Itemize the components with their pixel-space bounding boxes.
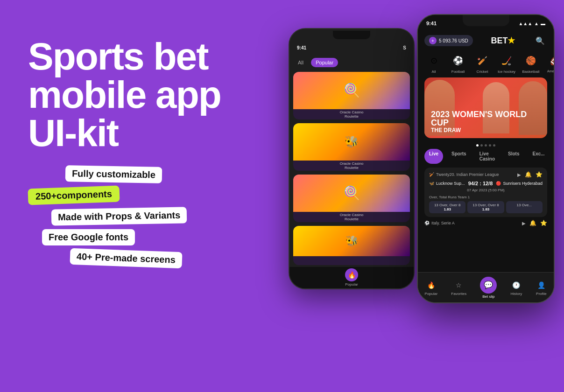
badge-row-1: Fully customizable (28, 166, 289, 182)
back-statusbar: 9:41 S (289, 41, 414, 55)
wallet-badge[interactable]: + 5 093.76 USD (424, 35, 473, 46)
banner-container[interactable]: 2023 WOMEN'S WORLD CUP THE DRAW (424, 77, 547, 138)
nav-history[interactable]: 🕐 History (510, 280, 522, 296)
game-card-2-label: Oracle Casino Roulette (293, 161, 410, 171)
nav-favorites[interactable]: ☆ Favorites (451, 280, 466, 296)
banner-title: 2023 WOMEN'S WORLD CUP (431, 110, 541, 127)
play-icon[interactable]: ▶ (517, 172, 521, 177)
game-card-3[interactable]: 🍭 Oracle Casino Roulette (293, 175, 410, 222)
odd-1-value: 1.83 (444, 207, 451, 211)
profile-nav-label: Profile (536, 292, 547, 296)
odd-2-value: 1.83 (482, 207, 490, 211)
italy-bell-icon[interactable]: 🔔 (529, 220, 536, 226)
nav-bet-slip[interactable]: 💬 Bet slip (480, 277, 497, 299)
odd-1-label: 13 Over, Over 8 (434, 203, 460, 207)
team-left: 🦋 Lucknow Sup... (429, 181, 465, 186)
italy-league-name: ⚽ Italy. Serie A (424, 221, 455, 225)
popular-icon[interactable]: 🔥 (345, 268, 358, 281)
game-card-4[interactable]: 🐝 (293, 226, 410, 265)
bet-slip-nav-label: Bet slip (482, 294, 494, 299)
tab-all[interactable]: All (294, 58, 307, 67)
ice-hockey-icon: 🏒 (499, 53, 514, 68)
banner-dots (418, 144, 554, 147)
sport-football[interactable]: ⚽ Football (449, 53, 467, 74)
all-icon: ⊙ (426, 53, 441, 68)
banner-subtitle: THE DRAW (431, 127, 541, 133)
star-icon[interactable]: ⭐ (536, 171, 543, 178)
cricket-label: Cricket (477, 70, 488, 74)
league-text: Twenty20. Indian Premier League (436, 172, 499, 177)
badge-row-5: 40+ Pre-made screens (28, 250, 289, 266)
sports-nav: ⊙ All ⚽ Football 🏏 Cricket 🏒 Ice hockey … (418, 51, 554, 77)
italy-star-icon[interactable]: ⭐ (540, 220, 547, 226)
game-card-1[interactable]: 🍭 Oracle Casino Roulette (293, 72, 410, 119)
match-action-icons: ▶ 🔔 ⭐ (517, 171, 543, 178)
badge-row-3: Made with Props & Variants (28, 208, 289, 224)
battery-icon: ▬ (541, 21, 545, 26)
search-button[interactable]: 🔍 (533, 34, 547, 48)
sport-all[interactable]: ⊙ All (424, 53, 443, 74)
headline: Sports bet mobile app UI-kit (28, 37, 289, 152)
odds-row: 13 Over, Over 8 1.83 13 Over, Over 8 1.8… (429, 201, 543, 213)
wallet-amount: 5 093.76 USD (439, 38, 468, 43)
game-card-2[interactable]: 🐝 Oracle Casino Roulette (293, 123, 410, 171)
nav-popular[interactable]: 🔥 Popular (425, 280, 438, 296)
sport-american-football[interactable]: 🏈 Amer. foot. (546, 53, 554, 74)
front-time: 9:41 (426, 21, 437, 26)
profile-nav-icon: 👤 (536, 280, 547, 291)
odd-2[interactable]: 13 Over, Over 8 1.83 (467, 201, 504, 213)
banner-background: 2023 WOMEN'S WORLD CUP THE DRAW (424, 77, 547, 138)
nav-profile[interactable]: 👤 Profile (536, 280, 547, 296)
badges-container: Fully customizable 250+components Made w… (28, 166, 289, 266)
favorites-nav-label: Favorites (451, 292, 466, 296)
basketball-label: Basketball (522, 70, 540, 74)
sport-basketball[interactable]: 🏀 Basketball (522, 53, 540, 74)
all-label: All (432, 70, 436, 74)
bet-star: ★ (508, 36, 515, 45)
bet-slip-nav-icon: 💬 (480, 277, 497, 294)
main-tabs: Live Sports Live Casino Slots Exc... (418, 149, 554, 164)
back-tabs: All Popular (289, 55, 414, 70)
odd-3[interactable]: 13 Ove... (506, 201, 543, 213)
tab-popular[interactable]: Popular (311, 58, 338, 67)
front-header: + 5 093.76 USD BET★ 🔍 (418, 32, 554, 51)
tab-exc[interactable]: Exc... (528, 149, 549, 164)
tab-slots[interactable]: Slots (503, 149, 524, 164)
tab-sports[interactable]: Sports (447, 149, 471, 164)
cricket-icon: 🏏 (475, 53, 490, 68)
phone-back: 9:41 S All Popular 🍭 Oracle Casino Roule… (289, 28, 415, 289)
odd-2-label: 13 Over, Over 8 (472, 203, 499, 207)
team2-name: Sunrisers Hyderabad (503, 181, 543, 186)
popular-nav-icon: 🔥 (425, 280, 437, 291)
sport-cricket[interactable]: 🏏 Cricket (473, 53, 492, 74)
bet-logo: BET★ (491, 35, 515, 46)
tab-live-casino[interactable]: Live Casino (475, 149, 500, 164)
game-card-2-image: 🐝 (293, 123, 410, 161)
badge-row-4: Free Google fonts (28, 229, 289, 245)
google-fonts-badge: Free Google fonts (42, 229, 135, 245)
wallet-plus-icon: + (429, 37, 437, 44)
team1-flag: 🦋 (429, 181, 434, 186)
popular-label: Popular (345, 282, 358, 287)
phones-container: 9:41 S All Popular 🍭 Oracle Casino Roule… (275, 0, 564, 392)
team1-name: Lucknow Sup... (436, 181, 465, 186)
dot-5 (493, 144, 495, 147)
american-football-icon: 🏈 (548, 53, 554, 68)
italy-text: Italy. Serie A (431, 221, 455, 225)
fully-customizable-badge: Fully customizable (65, 165, 162, 183)
odd-1[interactable]: 13 Over, Over 8 1.83 (429, 201, 465, 213)
match-score: 94/2 : 12/8 (468, 181, 493, 186)
italy-play-icon[interactable]: ▶ (522, 221, 526, 226)
game-card-1-label: Oracle Casino Roulette (293, 109, 410, 119)
soccer-icon: ⚽ (424, 221, 430, 225)
history-nav-label: History (510, 292, 522, 296)
bell-icon[interactable]: 🔔 (525, 171, 532, 178)
wifi-icon: ▲ (534, 21, 539, 26)
sport-ice-hockey[interactable]: 🏒 Ice hockey (497, 53, 516, 74)
dot-2 (480, 144, 483, 147)
cricket-bat-icon: 🏏 (429, 172, 434, 177)
status-icons: ▲▲▲ ▲ ▬ (518, 21, 545, 26)
game-card-4-image: 🐝 (293, 226, 410, 256)
football-label: Football (451, 70, 465, 74)
tab-live[interactable]: Live (424, 149, 443, 164)
